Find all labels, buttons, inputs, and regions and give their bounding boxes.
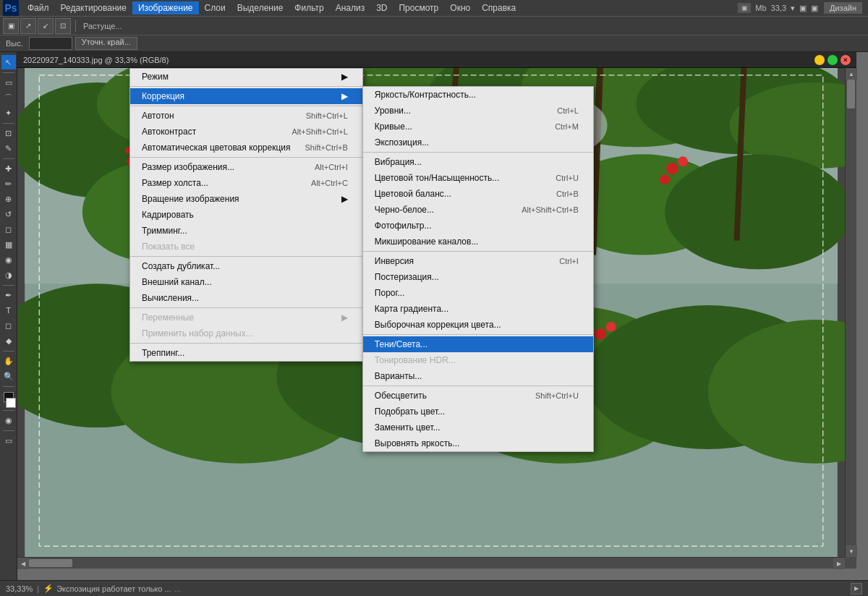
menu-autotone[interactable]: Автотон Shift+Ctrl+L <box>130 108 362 124</box>
tool-text[interactable]: T <box>1 303 16 318</box>
doc-maximize-btn[interactable] <box>827 55 838 65</box>
toolbar-new-btn[interactable]: ▣ <box>3 18 19 34</box>
tool-stamp[interactable]: ⊕ <box>1 192 16 206</box>
status-bar: 33,33% | ⚡ Экспозиция работает только ..… <box>0 580 868 596</box>
menu-autocontrast[interactable]: Автоконтраст Alt+Shift+Ctrl+L <box>130 124 362 140</box>
toolbar-save-btn[interactable]: ↙ <box>38 18 54 34</box>
tool-sep4 <box>3 285 14 286</box>
menu-image[interactable]: Изображение <box>132 1 199 14</box>
tool-history[interactable]: ↺ <box>1 207 16 221</box>
background-color[interactable] <box>6 398 16 408</box>
menu-window[interactable]: Окно <box>444 1 476 14</box>
scroll-thumb-h[interactable] <box>29 559 72 567</box>
menu-analysis[interactable]: Анализ <box>330 1 371 14</box>
doc-minimize-btn[interactable] <box>814 55 825 65</box>
tool-shape[interactable]: ◆ <box>1 333 16 348</box>
scroll-thumb-v[interactable] <box>847 80 855 108</box>
design-btn[interactable]: Дизайн <box>824 2 862 14</box>
tool-hand[interactable]: ✋ <box>1 354 16 368</box>
correction-arrow: ▶ <box>341 91 348 101</box>
menu-canvassize[interactable]: Размер холста... Alt+Ctrl+C <box>130 175 362 191</box>
menu-extchannel[interactable]: Внешний канал... <box>130 274 362 290</box>
tool-crop[interactable]: ⊡ <box>1 126 16 140</box>
sub-colorbalance[interactable]: Цветовой баланс... Ctrl+B <box>363 186 593 202</box>
toolbar-print-btn[interactable]: ⊡ <box>55 18 71 34</box>
sub-shadowhighlight[interactable]: Тени/Света... <box>363 336 593 352</box>
scroll-up-arrow[interactable]: ▲ <box>846 68 857 80</box>
sub-threshold[interactable]: Порог... <box>363 285 593 301</box>
tool-blur[interactable]: ◉ <box>1 252 16 267</box>
scroll-right-arrow[interactable]: ▶ <box>833 558 845 569</box>
tool-pen[interactable]: ✒ <box>1 288 16 302</box>
menu-trim[interactable]: Тримминг... <box>130 223 362 239</box>
scroll-left-arrow[interactable]: ◀ <box>17 558 29 569</box>
sub-photofilter[interactable]: Фотофильтр... <box>363 218 593 234</box>
menu-rotation[interactable]: Вращение изображения ▶ <box>130 191 362 207</box>
sub-matchcolor[interactable]: Подобрать цвет... <box>363 404 593 420</box>
menu-3d[interactable]: 3D <box>370 1 393 14</box>
toolbar-open-btn[interactable]: ↗ <box>20 18 36 34</box>
refine-edge-btn[interactable]: Уточн. край... <box>75 37 137 50</box>
tool-zoom[interactable]: 🔍 <box>1 369 16 383</box>
sub-gradientmap[interactable]: Карта градиента... <box>363 301 593 317</box>
scrollbar-horizontal[interactable]: ◀ ▶ <box>17 557 845 569</box>
menu-duplicate[interactable]: Создать дубликат... <box>130 258 362 274</box>
menu-view[interactable]: Просмотр <box>393 1 444 14</box>
tool-sep2 <box>3 123 14 124</box>
menu-help[interactable]: Справка <box>476 1 522 14</box>
sub-vibrance[interactable]: Вибрация... <box>363 154 593 170</box>
menu-filter[interactable]: Фильтр <box>289 1 329 14</box>
tool-lasso[interactable]: ⌒ <box>1 90 16 105</box>
tool-screen[interactable]: ▭ <box>1 433 16 448</box>
sub-exposure[interactable]: Экспозиция... <box>363 135 593 150</box>
tool-wand[interactable]: ✦ <box>1 106 16 120</box>
menu-trapping[interactable]: Треппинг... <box>130 345 362 361</box>
tool-move[interactable]: ↖ <box>1 55 16 69</box>
tool-gradient[interactable]: ▦ <box>1 237 16 252</box>
tool-sep5 <box>3 351 14 352</box>
sep1 <box>130 86 362 87</box>
tool-dodge[interactable]: ◑ <box>1 268 16 282</box>
menu-autocolor[interactable]: Автоматическая цветовая коррекция Shift+… <box>130 140 362 156</box>
sub-huesat[interactable]: Цветовой тон/Насыщенность... Ctrl+U <box>363 170 593 186</box>
menu-correction[interactable]: Коррекция ▶ <box>130 88 362 104</box>
sub-brightness[interactable]: Яркость/Контрастность... <box>363 87 593 103</box>
menu-edit[interactable]: Редактирование <box>55 1 132 14</box>
image-menu-dropdown: Режим ▶ Коррекция ▶ Автотон Shift+Ctrl+L… <box>129 68 363 362</box>
sub-selectcolor[interactable]: Выборочная коррекция цвета... <box>363 317 593 333</box>
svg-point-55 <box>595 328 606 340</box>
tool-quickmask[interactable]: ◉ <box>1 413 16 427</box>
options-input[interactable] <box>29 37 72 50</box>
tool-brush[interactable]: ✏ <box>1 176 16 191</box>
sub-posterize[interactable]: Постеризация... <box>363 269 593 285</box>
tool-eraser[interactable]: ◻ <box>1 222 16 237</box>
tool-eyedropper[interactable]: ✎ <box>1 141 16 156</box>
sub-channelmix[interactable]: Микширование каналов... <box>363 234 593 250</box>
sub-levels[interactable]: Уровни... Ctrl+L <box>363 103 593 119</box>
scroll-down-arrow[interactable]: ▼ <box>846 545 857 557</box>
sub-blackwhite[interactable]: Черно-белое... Alt+Shift+Ctrl+B <box>363 202 593 218</box>
sep6 <box>130 343 362 344</box>
sub-desaturate[interactable]: Обесцветить Shift+Ctrl+U <box>363 388 593 404</box>
sub-inversion[interactable]: Инверсия Ctrl+I <box>363 253 593 269</box>
menu-layers[interactable]: Слои <box>199 1 231 14</box>
sub-replacecolor[interactable]: Заменить цвет... <box>363 420 593 435</box>
menu-calculate[interactable]: Вычисления... <box>130 290 362 306</box>
tool-heal[interactable]: ✚ <box>1 161 16 176</box>
tool-marquee[interactable]: ▭ <box>1 75 16 90</box>
menu-file[interactable]: Файл <box>22 1 55 14</box>
menu-mode[interactable]: Режим ▶ <box>130 69 362 85</box>
sub-variations[interactable]: Варианты... <box>363 368 593 384</box>
doc-close-btn[interactable]: ✕ <box>841 55 851 65</box>
svg-point-38 <box>678 156 688 166</box>
status-scroll-arrow[interactable]: ▶ <box>851 583 862 595</box>
doc-titlebar: 20220927_140333.jpg @ 33,3% (RGB/8) ✕ <box>17 52 856 68</box>
sub-curves[interactable]: Кривые... Ctrl+M <box>363 119 593 135</box>
menu-imagesize[interactable]: Размер изображения... Alt+Ctrl+I <box>130 159 362 175</box>
menu-selection[interactable]: Выделение <box>231 1 289 14</box>
tool-path[interactable]: ◻ <box>1 318 16 333</box>
svg-point-19 <box>665 154 845 269</box>
menu-crop[interactable]: Кадрировать <box>130 207 362 223</box>
sub-equalize[interactable]: Выровнять яркость... <box>363 435 593 451</box>
scrollbar-vertical[interactable]: ▲ ▼ <box>845 68 856 557</box>
